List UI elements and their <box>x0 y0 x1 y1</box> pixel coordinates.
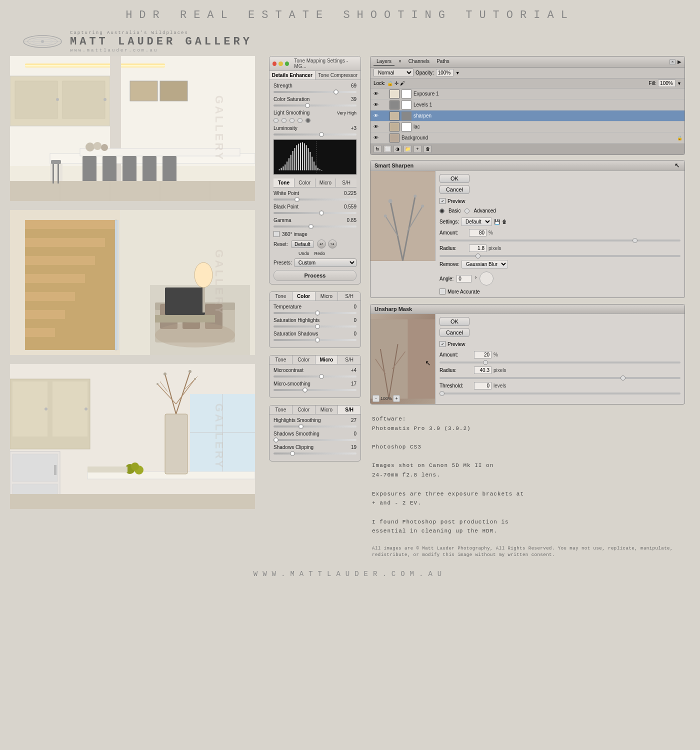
tab-details-enhancer[interactable]: Details Enhancer <box>270 71 316 80</box>
move-icon[interactable]: ✛ <box>394 80 398 86</box>
radio-1[interactable] <box>274 118 278 123</box>
eye-icon-1[interactable]: 👁 <box>372 90 380 98</box>
sub-tab-tone[interactable]: Tone <box>274 178 294 187</box>
layer-name-2: Levels 1 <box>414 102 432 108</box>
color-sat-slider[interactable] <box>274 104 356 106</box>
shadows-clip-slider[interactable] <box>274 452 356 454</box>
ss-advanced-radio[interactable] <box>464 208 470 214</box>
checkbox-360[interactable] <box>274 231 280 237</box>
ss-basic-radio[interactable] <box>440 208 444 214</box>
sat-highlights-slider[interactable] <box>274 326 356 328</box>
tab-tone-compressor[interactable]: Tone Compressor <box>316 71 361 80</box>
pm-dot-yellow[interactable] <box>278 62 282 66</box>
presets-select[interactable]: Custom <box>294 258 356 267</box>
ss-radius-input[interactable] <box>469 244 486 252</box>
color-tab-tone[interactable]: Tone <box>270 292 292 300</box>
ss-settings-select[interactable]: Default <box>461 218 492 226</box>
eye-icon-5[interactable]: 👁 <box>372 134 380 142</box>
sh-tab-sh[interactable]: S/H <box>338 406 360 414</box>
ss-preview-check[interactable]: ✓ <box>440 198 446 204</box>
channels-tab[interactable]: × <box>396 58 404 66</box>
ss-delete-icon[interactable]: 🗑 <box>502 219 507 224</box>
um-amount-input[interactable] <box>474 351 492 358</box>
microcontrast-slider[interactable] <box>274 376 356 378</box>
adjustment-icon[interactable]: ◑ <box>394 145 402 153</box>
ss-cancel-button[interactable]: Cancel <box>440 185 470 194</box>
ss-angle-dial[interactable] <box>480 272 494 286</box>
group-icon[interactable]: 📁 <box>404 145 412 153</box>
new-layer-icon[interactable]: + <box>414 145 422 153</box>
layers-tab[interactable]: Layers <box>374 58 394 66</box>
sub-tab-micro[interactable]: Micro <box>316 178 336 187</box>
um-zoom-out[interactable]: - <box>372 395 380 402</box>
arrow-icon[interactable]: ▶ <box>678 59 682 64</box>
svg-rect-71 <box>165 414 188 474</box>
redo-icon[interactable]: ↪ <box>328 240 337 248</box>
ss-remove-select[interactable]: Gaussian Blur <box>462 260 508 268</box>
um-threshold-slider[interactable] <box>440 392 680 394</box>
microcontrast-label: Microcontrast <box>274 368 324 373</box>
strength-slider[interactable] <box>274 91 356 93</box>
process-button[interactable]: Process <box>274 270 356 281</box>
lock-icon[interactable]: 🔒 <box>387 80 393 86</box>
color-tab-micro[interactable]: Micro <box>316 292 338 300</box>
mask-icon[interactable]: ⬜ <box>384 145 392 153</box>
highlights-smooth-slider[interactable] <box>274 426 356 428</box>
um-zoom-in[interactable]: + <box>393 395 400 402</box>
svg-point-123 <box>421 204 424 208</box>
sh-tab-tone[interactable]: Tone <box>270 406 292 414</box>
radio-2[interactable] <box>282 118 286 123</box>
sh-tab-micro[interactable]: Micro <box>316 406 338 414</box>
um-cancel-button[interactable]: Cancel <box>440 328 470 337</box>
um-ok-button[interactable]: OK <box>440 317 470 326</box>
eye-icon-3[interactable]: 👁 <box>372 112 380 120</box>
delete-icon[interactable]: 🗑 <box>424 145 432 153</box>
ss-amount-slider[interactable] <box>440 240 680 242</box>
microsmoothing-slider[interactable] <box>274 389 356 391</box>
micro-tab-color[interactable]: Color <box>292 356 316 364</box>
fill-input[interactable] <box>658 80 676 87</box>
sub-tab-color[interactable]: Color <box>294 178 316 187</box>
ss-ok-button[interactable]: OK <box>440 174 470 183</box>
color-tab-color[interactable]: Color <box>292 292 316 300</box>
fx-icon[interactable]: fx <box>374 145 382 153</box>
undo-icon[interactable]: ↩ <box>317 240 326 248</box>
blend-mode-select[interactable]: Normal <box>374 68 414 77</box>
radio-3[interactable] <box>290 118 294 123</box>
radio-4[interactable] <box>298 118 302 123</box>
brush-icon[interactable]: 🖌 <box>400 80 405 86</box>
radio-5[interactable] <box>306 118 310 123</box>
gamma-slider[interactable] <box>274 226 356 228</box>
luminosity-slider[interactable] <box>274 134 356 136</box>
ss-radius-slider[interactable] <box>440 255 680 257</box>
um-preview-check[interactable]: ✓ <box>440 341 446 347</box>
opacity-input[interactable] <box>436 69 454 76</box>
ss-more-check[interactable] <box>440 288 446 294</box>
paths-tab[interactable]: Paths <box>434 58 452 66</box>
pm-dot-red[interactable] <box>272 62 276 66</box>
ss-save-icon[interactable]: 💾 <box>494 219 500 224</box>
um-threshold-input[interactable] <box>474 382 492 390</box>
pm-dot-green[interactable] <box>285 62 289 66</box>
eye-icon-4[interactable]: 👁 <box>372 124 380 130</box>
temperature-slider[interactable] <box>274 312 356 314</box>
ss-amount-input[interactable] <box>469 229 486 236</box>
micro-tab-micro[interactable]: Micro <box>316 356 338 364</box>
eye-icon-2[interactable]: 👁 <box>372 102 380 108</box>
sh-tab-color[interactable]: Color <box>292 406 316 414</box>
white-point-slider[interactable] <box>274 198 356 200</box>
um-radius-slider[interactable] <box>440 377 680 379</box>
micro-tab-sh[interactable]: S/H <box>338 356 360 364</box>
shadows-smooth-slider[interactable] <box>274 439 356 441</box>
um-amount-slider[interactable] <box>440 362 680 364</box>
ss-angle-input[interactable] <box>456 275 472 282</box>
black-point-slider[interactable] <box>274 212 356 214</box>
channels-tab-label[interactable]: Channels <box>406 58 432 66</box>
sat-shadows-slider[interactable] <box>274 339 356 341</box>
color-tab-sh[interactable]: S/H <box>338 292 360 300</box>
um-radius-input[interactable] <box>474 366 492 374</box>
layers-close-btn[interactable]: × <box>670 59 676 65</box>
default-button[interactable]: Default <box>291 240 314 248</box>
micro-tab-tone[interactable]: Tone <box>270 356 292 364</box>
sub-tab-sh[interactable]: S/H <box>336 178 356 187</box>
